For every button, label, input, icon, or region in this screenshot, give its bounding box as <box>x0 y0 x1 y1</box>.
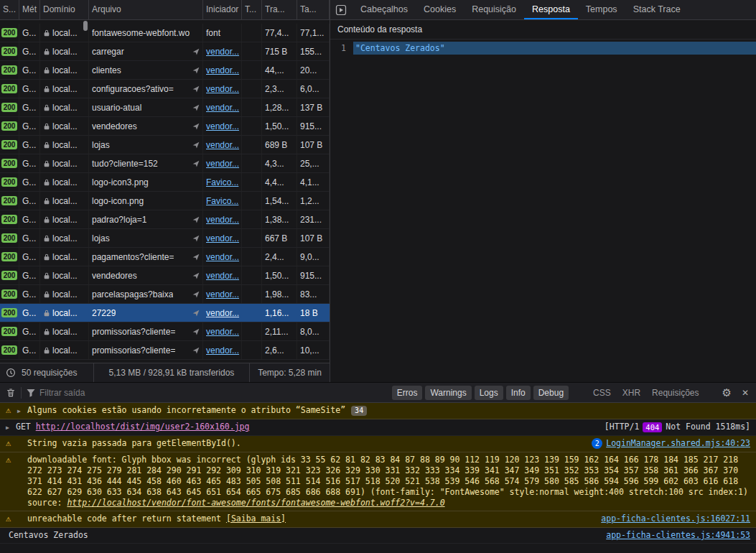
column-header-domain[interactable]: Domínio <box>40 0 89 19</box>
repeat-count-badge: 2 <box>592 438 602 449</box>
network-request-row[interactable]: 200 G... local... tudo?cliente=152 vendo… <box>0 154 330 173</box>
request-domain: local... <box>40 322 89 340</box>
console-warning-getelementbyid[interactable]: ⚠ ▶ String vazia passada para getElement… <box>0 436 756 452</box>
request-method: G... <box>19 192 40 210</box>
network-request-row[interactable]: 200 G... local... parcelaspagas?baixa ve… <box>0 285 330 304</box>
request-initiator[interactable]: vendor... <box>203 210 242 228</box>
request-initiator[interactable]: vendor... <box>203 42 242 60</box>
tab-response[interactable]: Resposta <box>524 0 578 19</box>
filter-css-button[interactable]: CSS <box>589 386 615 400</box>
request-initiator[interactable]: vendor... <box>203 136 242 154</box>
network-request-row[interactable]: 200 G... local... configuracoes?ativo= v… <box>0 80 330 98</box>
network-request-row[interactable]: 200 G... local... lojas vendor... 689 B … <box>0 136 330 154</box>
close-console-icon[interactable]: ✕ <box>742 388 749 398</box>
request-initiator[interactable]: vendor... <box>203 304 242 322</box>
console-warning-unreachable-code[interactable]: ⚠ ▶ unreachable code after return statem… <box>0 511 756 528</box>
warning-text: Alguns cookies estão usando incorretamen… <box>27 405 345 415</box>
tab-cookies[interactable]: Cookies <box>416 0 464 19</box>
request-initiator[interactable]: vendor... <box>203 154 242 172</box>
source-location-link[interactable]: app-ficha-clientes.js:4941:53 <box>606 530 750 541</box>
console-settings-gear-icon[interactable]: ⚙ <box>722 386 731 399</box>
expand-arrow-icon[interactable]: ▶ <box>6 422 16 433</box>
column-header-type[interactable]: T... <box>242 0 262 19</box>
network-request-row[interactable]: 200 G... local... carregar vendor... 715… <box>0 42 330 61</box>
console-filter-input[interactable]: Filtrar saída <box>39 388 85 398</box>
clear-console-button[interactable] <box>6 388 16 398</box>
request-initiator[interactable]: vendor... <box>203 341 242 359</box>
response-value: "Centavos Zerados" <box>355 43 445 53</box>
request-domain: local... <box>40 285 89 303</box>
request-initiator[interactable]: vendor... <box>203 248 242 266</box>
column-header-size[interactable]: Ta... <box>297 0 330 19</box>
font-source-link[interactable]: http://localhost/vendor/font-awesome/fon… <box>67 498 444 508</box>
filter-xhr-button[interactable]: XHR <box>618 386 645 400</box>
network-request-row[interactable]: 200 G... local... clientes vendor... 44,… <box>0 61 330 80</box>
filter-logs-button[interactable]: Logs <box>475 386 503 400</box>
network-request-row[interactable]: 200 G... local... promissorias?cliente= … <box>0 341 330 360</box>
tab-timings[interactable]: Tempos <box>578 0 625 19</box>
status-badge: 200 <box>1 103 18 112</box>
request-initiator[interactable]: vendor... <box>203 61 242 79</box>
request-initiator[interactable]: vendor... <box>203 98 242 116</box>
console-warning-font-glyph[interactable]: ⚠ ▶ downloadable font: Glyph bbox was in… <box>0 452 756 511</box>
response-viewer[interactable]: 1 "Centavos Zerados" <box>330 40 756 382</box>
network-request-row[interactable]: 200 G... local... lojas vendor... 667 B … <box>0 229 330 248</box>
network-panel: S... Mét Domínio Arquivo Iniciador T... … <box>0 0 330 382</box>
column-header-status[interactable]: S... <box>0 0 19 19</box>
console-network-request-404[interactable]: ▶ GET http://localhost/dist/img/user2-16… <box>0 419 756 436</box>
network-request-row[interactable]: 200 G... local... logo-icon.png Favico..… <box>0 192 330 210</box>
resend-play-icon[interactable] <box>330 0 353 19</box>
scrollbar-thumb[interactable] <box>83 21 88 31</box>
column-header-method[interactable]: Mét <box>19 0 40 19</box>
request-size: 915... <box>297 117 330 135</box>
request-method: G... <box>19 248 40 266</box>
request-initiator[interactable]: Favico... <box>203 173 242 191</box>
request-initiator[interactable]: font <box>203 24 242 42</box>
filter-warnings-button[interactable]: Warnings <box>425 386 471 400</box>
request-transferred: 667 B <box>262 229 297 247</box>
status-badge: 200 <box>1 233 18 243</box>
filter-requests-button[interactable]: Requisições <box>648 386 703 400</box>
learn-more-link[interactable]: [Saiba mais] <box>226 514 286 524</box>
source-location-link[interactable]: app-ficha-clientes.js:16027:11 <box>601 514 750 524</box>
column-header-initiator[interactable]: Iniciador <box>203 0 242 19</box>
network-request-row[interactable]: 200 G... local... 27229 vendor... 1,16..… <box>0 304 330 322</box>
filter-info-button[interactable]: Info <box>506 386 531 400</box>
network-request-row[interactable]: 200 G... local... promissorias?cliente= … <box>0 322 330 341</box>
request-initiator[interactable]: vendor... <box>203 117 242 135</box>
request-size: 20... <box>297 61 330 79</box>
request-file: logo-icon.png <box>89 192 203 210</box>
network-request-row[interactable]: 200 G... local... vendedores vendor... 1… <box>0 266 330 285</box>
request-initiator[interactable]: Favico... <box>203 192 242 210</box>
request-transferred: 715 B <box>262 42 297 60</box>
network-request-row[interactable]: 200 G... local... fontawesome-webfont.wo… <box>0 24 330 42</box>
console-log-message[interactable]: Centavos Zerados app-ficha-clientes.js:4… <box>0 528 756 544</box>
request-url-link[interactable]: http://localhost/dist/img/user2-160x160.… <box>36 422 250 432</box>
filter-debug-button[interactable]: Debug <box>533 386 569 400</box>
request-initiator[interactable]: vendor... <box>203 266 242 284</box>
request-initiator[interactable]: vendor... <box>203 229 242 247</box>
network-request-row[interactable]: 200 G... local... logo-icon3.png Favico.… <box>0 173 330 192</box>
console-warning-samesite[interactable]: ⚠ ▶ Alguns cookies estão usando incorret… <box>0 403 756 419</box>
request-initiator[interactable]: vendor... <box>203 322 242 340</box>
column-header-file[interactable]: Arquivo <box>89 0 203 19</box>
network-request-row[interactable]: 200 G... local... pagamentos?cliente= ve… <box>0 248 330 266</box>
request-initiator[interactable]: vendor... <box>203 285 242 303</box>
request-type <box>242 229 262 247</box>
network-request-row[interactable]: 200 G... local... padrao?loja=1 vendor..… <box>0 210 330 229</box>
lock-icon <box>43 141 50 149</box>
expand-arrow-icon[interactable]: ▶ <box>17 405 27 417</box>
request-domain: local... <box>40 136 89 154</box>
request-initiator[interactable]: vendor... <box>203 80 242 98</box>
filter-errors-button[interactable]: Erros <box>392 386 423 400</box>
lock-icon <box>43 347 50 354</box>
request-method: G... <box>19 285 40 303</box>
tab-stack-trace[interactable]: Stack Trace <box>625 0 689 19</box>
source-location-link[interactable]: LoginManager.shared.mjs:40:23 <box>606 438 750 449</box>
request-method: G... <box>19 154 40 172</box>
network-request-row[interactable]: 200 G... local... vendedores vendor... 1… <box>0 117 330 136</box>
network-request-row[interactable]: 200 G... local... usuario-atual vendor..… <box>0 98 330 117</box>
tab-request[interactable]: Requisição <box>464 0 524 19</box>
column-header-transferred[interactable]: Tra... <box>262 0 297 19</box>
tab-headers[interactable]: Cabeçalhos <box>353 0 416 19</box>
